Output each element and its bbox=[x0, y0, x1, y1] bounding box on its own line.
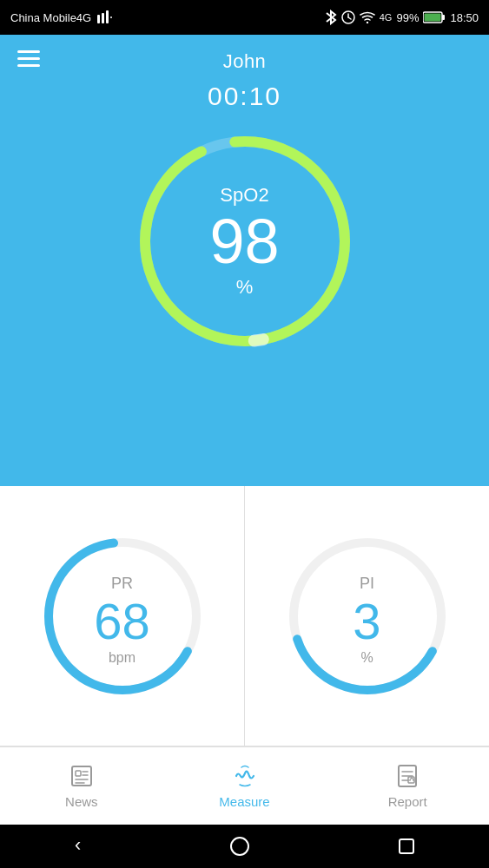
spo2-readout: SpO2 98 % bbox=[209, 184, 279, 299]
android-home-button[interactable] bbox=[230, 837, 249, 856]
android-back-button[interactable]: › bbox=[75, 835, 81, 858]
svg-rect-19 bbox=[76, 771, 81, 776]
pi-info: PI 3 % bbox=[353, 575, 380, 666]
battery-text: 99% bbox=[396, 11, 419, 24]
carrier-icon bbox=[96, 10, 112, 25]
pr-unit: bpm bbox=[109, 650, 135, 666]
pr-value: 68 bbox=[94, 596, 150, 647]
android-nav-bar: › bbox=[0, 825, 489, 868]
timer-display: 00:10 bbox=[208, 82, 281, 111]
nav-item-news[interactable]: News bbox=[0, 747, 163, 825]
network-type: 4G bbox=[380, 12, 393, 23]
time-text: 18:50 bbox=[450, 11, 479, 24]
pi-value: 3 bbox=[353, 596, 380, 647]
svg-rect-30 bbox=[400, 839, 413, 853]
battery-icon bbox=[423, 11, 446, 23]
hamburger-menu[interactable] bbox=[17, 50, 40, 67]
status-left: China Mobile4G bbox=[10, 10, 112, 25]
bottom-nav: News Measure Report bbox=[0, 746, 489, 825]
svg-line-6 bbox=[348, 17, 351, 19]
pi-cell: PI 3 % bbox=[245, 486, 489, 746]
svg-rect-2 bbox=[106, 10, 109, 23]
nav-report-label: Report bbox=[388, 794, 427, 809]
report-icon bbox=[394, 763, 420, 789]
svg-point-7 bbox=[367, 22, 368, 23]
pi-label: PI bbox=[360, 575, 374, 593]
news-icon bbox=[69, 763, 95, 789]
svg-rect-3 bbox=[110, 16, 112, 18]
spo2-label: SpO2 bbox=[220, 184, 268, 207]
spo2-unit: % bbox=[236, 276, 254, 299]
username: John bbox=[223, 50, 267, 73]
top-section: John 00:10 SpO2 98 % bbox=[0, 35, 489, 486]
pr-info: PR 68 bpm bbox=[94, 575, 150, 666]
spo2-gauge: SpO2 98 % bbox=[132, 128, 358, 354]
status-bar: China Mobile4G 4G 99% bbox=[0, 0, 489, 35]
svg-rect-10 bbox=[425, 14, 441, 22]
nav-measure-label: Measure bbox=[219, 794, 269, 809]
svg-rect-9 bbox=[442, 15, 445, 20]
wifi-icon bbox=[360, 11, 375, 23]
status-right: 4G 99% 18:50 bbox=[325, 10, 479, 25]
pr-cell: PR 68 bpm bbox=[0, 486, 245, 746]
nav-news-label: News bbox=[65, 794, 98, 809]
svg-point-29 bbox=[231, 838, 248, 855]
pi-unit: % bbox=[360, 650, 373, 666]
spo2-value: 98 bbox=[209, 210, 279, 273]
nav-item-measure[interactable]: Measure bbox=[163, 747, 327, 825]
metrics-section: PR 68 bpm PI 3 % bbox=[0, 486, 489, 746]
android-recent-button[interactable] bbox=[399, 838, 414, 854]
nav-item-report[interactable]: Report bbox=[326, 747, 489, 825]
svg-rect-1 bbox=[102, 13, 104, 23]
pr-label: PR bbox=[111, 575, 133, 593]
carrier-text: China Mobile4G bbox=[10, 11, 91, 24]
measure-icon bbox=[232, 763, 258, 789]
bluetooth-icon bbox=[325, 10, 337, 25]
clock-icon bbox=[341, 10, 355, 24]
svg-rect-0 bbox=[97, 15, 100, 23]
